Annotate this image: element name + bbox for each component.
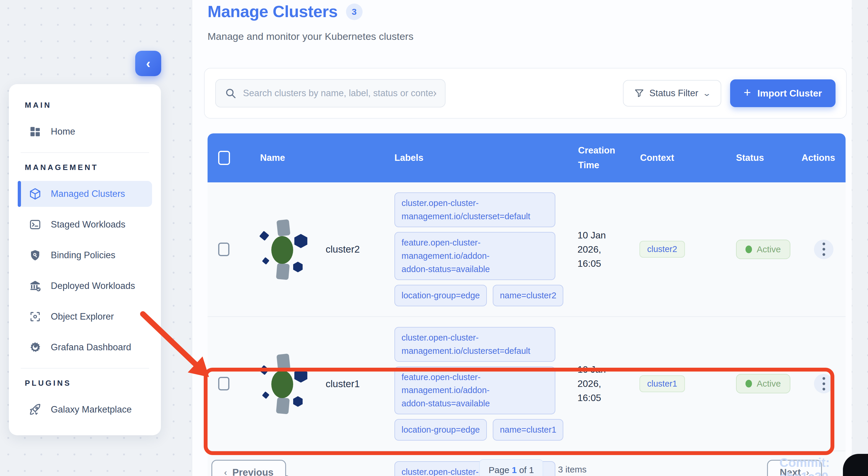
label-chip: name=cluster1: [493, 419, 563, 441]
sidebar-divider: [21, 152, 149, 153]
scan-object-icon: [29, 311, 41, 323]
terminal-icon: [29, 218, 41, 231]
status-dot-icon: [745, 380, 752, 387]
status-badge: Active: [736, 374, 790, 393]
status-filter-button[interactable]: Status Filter ⌄: [623, 80, 721, 106]
sidebar-item-home[interactable]: Home: [18, 119, 152, 145]
label-chip: feature.open-cluster-management.io/addon…: [395, 367, 555, 415]
filter-funnel-icon: [634, 88, 644, 98]
cluster-name: cluster2: [326, 242, 360, 257]
rocket-icon: [29, 404, 41, 416]
label-chip: cluster.open-cluster- management.io/clus…: [395, 192, 555, 227]
sidebar-item-label: Object Explorer: [51, 311, 114, 322]
cube-icon: [29, 188, 41, 200]
home-grid-icon: [29, 125, 41, 138]
toolbar-card: Status Filter ⌄ + Import Cluster: [204, 68, 847, 119]
context-chip[interactable]: cluster1: [640, 375, 685, 392]
page-indicator: Page 1 of 1: [479, 459, 543, 476]
search-box[interactable]: [215, 79, 445, 107]
context-chip[interactable]: cluster2: [640, 241, 685, 258]
table-row-cluster1[interactable]: cluster1 cluster.open-cluster- managemen…: [208, 316, 845, 451]
row-actions-kebab-button[interactable]: [814, 240, 833, 259]
label-chip: name=cluster2: [493, 285, 563, 306]
sidebar-collapse-button[interactable]: ‹: [135, 51, 161, 76]
row-actions-kebab-button[interactable]: [814, 374, 833, 393]
cluster-icon: [260, 354, 304, 413]
table-row-cluster2[interactable]: cluster2 cluster.open-cluster- managemen…: [208, 182, 845, 316]
sidebar-item-binding-policies[interactable]: Binding Policies: [18, 242, 152, 268]
previous-label: Previous: [232, 467, 273, 476]
sidebar-item-managed-clusters[interactable]: Managed Clusters: [18, 181, 152, 207]
sidebar-item-deployed-workloads[interactable]: Deployed Workloads: [18, 273, 152, 299]
sidebar-item-label: Home: [51, 126, 75, 137]
table-body: cluster2 cluster.open-cluster- managemen…: [208, 182, 845, 476]
sidebar-item-grafana-dashboard[interactable]: Grafana Dashboard: [18, 335, 152, 360]
page-subtitle: Manage and monitor your Kubernetes clust…: [208, 31, 413, 42]
row-checkbox[interactable]: [218, 243, 229, 256]
sidebar-section-title: MAIN: [18, 101, 152, 110]
label-chip: feature.open-cluster-management.io/addon…: [395, 232, 555, 280]
creation-time: 10 Jan 2026, 16:05: [575, 228, 622, 271]
cluster-count-badge: 3: [346, 4, 363, 20]
row-checkbox[interactable]: [218, 377, 229, 390]
sidebar-item-label: Grafana Dashboard: [51, 342, 131, 353]
chevron-down-icon: ⌄: [702, 89, 712, 98]
sidebar-section-title: PLUGINS: [18, 379, 152, 388]
current-page: 1: [512, 465, 517, 475]
select-all-checkbox[interactable]: [218, 151, 230, 165]
column-header-creation-time: Creation Time: [575, 143, 625, 172]
search-icon: [225, 87, 237, 99]
chevron-left-icon: ‹: [224, 468, 227, 476]
bank-check-icon: [29, 280, 41, 292]
status-badge: Active: [736, 240, 790, 259]
cluster-icon: [260, 220, 304, 279]
page-title: Manage Clusters: [208, 2, 338, 21]
sidebar-divider: [21, 368, 149, 369]
table-header-row: Name Labels Creation Time Context Status…: [208, 133, 845, 182]
status-dot-icon: [745, 246, 752, 253]
import-cluster-label: Import Cluster: [757, 88, 822, 99]
clusters-table: Name Labels Creation Time Context Status…: [208, 133, 845, 476]
sidebar-item-object-explorer[interactable]: Object Explorer: [18, 304, 152, 330]
column-header-labels: Labels: [395, 153, 575, 163]
page-header: Manage Clusters 3: [208, 2, 363, 21]
column-header-name: Name: [237, 153, 395, 163]
creation-time: 10 Jan 2026, 16:05: [575, 362, 622, 405]
items-count-label: 3 items: [558, 465, 587, 475]
labels-cell: cluster.open-cluster- management.io/clus…: [395, 182, 575, 316]
label-chip: cluster.open-cluster- management.io/clus…: [395, 327, 555, 362]
sidebar-item-label: Staged Workloads: [51, 219, 125, 230]
status-filter-label: Status Filter: [650, 88, 698, 99]
labels-cell: cluster.open-cluster- management.io/clus…: [395, 317, 575, 451]
previous-page-button[interactable]: ‹ Previous: [211, 460, 286, 476]
sidebar-item-label: Binding Policies: [51, 250, 116, 261]
plus-icon: +: [744, 87, 751, 99]
shield-search-icon: [29, 249, 41, 261]
column-header-context: Context: [637, 153, 733, 163]
sidebar-item-label: Galaxy Marketplace: [51, 404, 132, 415]
sidebar-section-title: MANAGEMENT: [18, 163, 152, 172]
grafana-gear-icon: [29, 341, 41, 353]
sidebar-item-staged-workloads[interactable]: Staged Workloads: [18, 212, 152, 237]
cluster-name: cluster1: [326, 376, 360, 391]
chevron-left-icon: ‹: [146, 56, 151, 71]
label-chip: location-group=edge: [395, 285, 487, 306]
column-header-actions: Actions: [801, 153, 845, 163]
sidebar-item-label: Deployed Workloads: [51, 281, 135, 291]
sidebar-item-galaxy-marketplace[interactable]: Galaxy Marketplace: [18, 396, 152, 422]
column-header-status: Status: [733, 153, 801, 163]
sidebar: MAIN HomeMANAGEMENT Managed Clusters Sta…: [9, 84, 161, 435]
sidebar-item-label: Managed Clusters: [51, 189, 125, 199]
search-input[interactable]: [243, 88, 436, 99]
label-chip: location-group=edge: [395, 419, 487, 441]
import-cluster-button[interactable]: + Import Cluster: [730, 80, 836, 107]
